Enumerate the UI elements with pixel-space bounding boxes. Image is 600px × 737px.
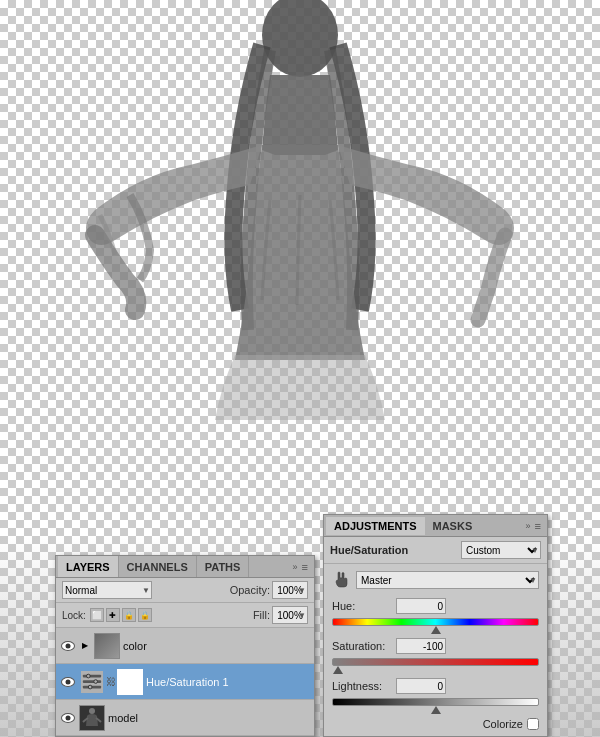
adj-double-arrow-icon: » [526, 521, 531, 531]
fill-input[interactable] [272, 606, 308, 624]
svg-point-5 [94, 679, 98, 683]
adj-lightness-row: Lightness: [332, 678, 539, 712]
fill-control: Fill: ▼ [253, 606, 308, 624]
layer-thumb-group-color [94, 633, 120, 659]
adj-hue-label: Hue: [332, 600, 392, 612]
layer-thumb-adj [79, 669, 105, 695]
adj-light-slider-track [332, 698, 539, 706]
layer-visibility-color[interactable] [60, 638, 76, 654]
figure-image [0, 0, 600, 420]
tab-masks[interactable]: MASKS [425, 517, 481, 535]
adj-sat-input[interactable] [396, 638, 446, 654]
adj-light-label: Lightness: [332, 680, 392, 692]
adj-hue-row: Hue: [332, 598, 539, 632]
tab-layers[interactable]: LAYERS [58, 556, 119, 577]
blend-mode-wrapper: Normal ▼ [62, 581, 152, 599]
adj-sat-slider-container[interactable] [332, 658, 539, 672]
adj-hue-slider-thumb [431, 626, 441, 634]
adj-channel-wrapper: Master ▼ [356, 571, 539, 589]
adj-hue-input[interactable] [396, 598, 446, 614]
adj-saturation-row: Saturation: [332, 638, 539, 672]
blend-mode-select[interactable]: Normal [62, 581, 152, 599]
tab-channels[interactable]: CHANNELS [119, 556, 197, 577]
adj-hue-slider-container[interactable] [332, 618, 539, 632]
panel-double-arrow-icon: » [293, 562, 298, 572]
adj-hue-slider-track [332, 618, 539, 626]
lock-artboard-button[interactable]: 🔒 [138, 608, 152, 622]
panel-tab-icons: » ≡ [293, 561, 312, 573]
lock-all-button[interactable]: 🔒 [122, 608, 136, 622]
layer-thumb-color [94, 633, 120, 659]
adj-hand-icon[interactable] [332, 570, 352, 590]
svg-point-7 [89, 708, 95, 714]
lock-position-button[interactable]: ✚ [106, 608, 120, 622]
layer-chain-icon: ⛓ [106, 669, 116, 695]
svg-point-0 [262, 0, 338, 77]
layer-thumb-model [79, 705, 105, 731]
layer-expand-color[interactable]: ▶ [79, 640, 91, 652]
svg-rect-1 [83, 674, 101, 677]
adj-sat-label: Saturation: [332, 640, 392, 652]
tab-adjustments[interactable]: ADJUSTMENTS [326, 517, 425, 535]
eye-icon-model [61, 713, 75, 723]
colorize-label: Colorize [483, 718, 523, 730]
eye-icon-color [61, 641, 75, 651]
tab-paths[interactable]: PATHS [197, 556, 250, 577]
adj-preset-select[interactable]: Custom [461, 541, 541, 559]
adj-light-input[interactable] [396, 678, 446, 694]
lock-pixels-button[interactable]: ⬜ [90, 608, 104, 622]
opacity-wrapper: ▼ [272, 581, 308, 599]
layer-visibility-model[interactable] [60, 710, 76, 726]
layer-row-color[interactable]: ▶ color [56, 628, 314, 664]
adj-preset-wrapper: Custom ▼ [461, 541, 541, 559]
layer-name-model: model [108, 712, 310, 724]
layer-name-color: color [123, 640, 310, 652]
layer-row-hue-sat[interactable]: ⛓ Hue/Saturation 1 [56, 664, 314, 700]
adj-menu-icon[interactable]: ≡ [535, 520, 541, 532]
layers-panel: LAYERS CHANNELS PATHS » ≡ Normal ▼ Opaci… [55, 555, 315, 737]
adj-light-value-row: Lightness: [332, 678, 539, 694]
fill-label: Fill: [253, 609, 270, 621]
adj-master-row: Master ▼ [332, 570, 539, 590]
layer-row-model[interactable]: model [56, 700, 314, 736]
adj-type-label: Hue/Saturation [330, 544, 455, 556]
layer-mask-thumb [117, 669, 143, 695]
layer-visibility-hue-sat[interactable] [60, 674, 76, 690]
adj-hue-value-row: Hue: [332, 598, 539, 614]
lock-fill-controls: Lock: ⬜ ✚ 🔒 🔒 Fill: ▼ [56, 603, 314, 628]
adj-body: Master ▼ Hue: Saturation: [324, 564, 547, 736]
svg-point-6 [88, 685, 92, 689]
adj-light-slider-container[interactable] [332, 698, 539, 712]
adj-panel-tabs: ADJUSTMENTS MASKS » ≡ [324, 515, 547, 537]
adj-sat-value-row: Saturation: [332, 638, 539, 654]
adj-sat-slider-thumb [333, 666, 343, 674]
adj-header: Hue/Saturation Custom ▼ [324, 537, 547, 564]
colorize-row: Colorize [332, 718, 539, 730]
lock-icons: ⬜ ✚ 🔒 🔒 [90, 608, 152, 622]
adjustments-panel: ADJUSTMENTS MASKS » ≡ Hue/Saturation Cus… [323, 514, 548, 737]
layer-thumb-group-model [79, 705, 105, 731]
adj-channel-select[interactable]: Master [356, 571, 539, 589]
opacity-label: Opacity: [230, 584, 270, 596]
blend-opacity-controls: Normal ▼ Opacity: ▼ [56, 578, 314, 603]
opacity-control: Opacity: ▼ [230, 581, 308, 599]
layer-name-hue-sat: Hue/Saturation 1 [146, 676, 310, 688]
eye-icon-hue-sat [61, 677, 75, 687]
adj-light-slider-thumb [431, 706, 441, 714]
lock-label: Lock: [62, 610, 86, 621]
adj-tab-icons: » ≡ [526, 520, 545, 532]
panels-container: LAYERS CHANNELS PATHS » ≡ Normal ▼ Opaci… [55, 514, 548, 737]
svg-point-4 [87, 674, 91, 678]
panel-menu-icon[interactable]: ≡ [302, 561, 308, 573]
colorize-checkbox[interactable] [527, 718, 539, 730]
opacity-input[interactable] [272, 581, 308, 599]
layer-thumb-group-hue-sat: ⛓ [79, 669, 143, 695]
layer-list: ▶ color [56, 628, 314, 736]
svg-rect-2 [83, 680, 101, 683]
adj-sat-slider-track [332, 658, 539, 666]
fill-wrapper: ▼ [272, 606, 308, 624]
layers-panel-tabs: LAYERS CHANNELS PATHS » ≡ [56, 556, 314, 578]
